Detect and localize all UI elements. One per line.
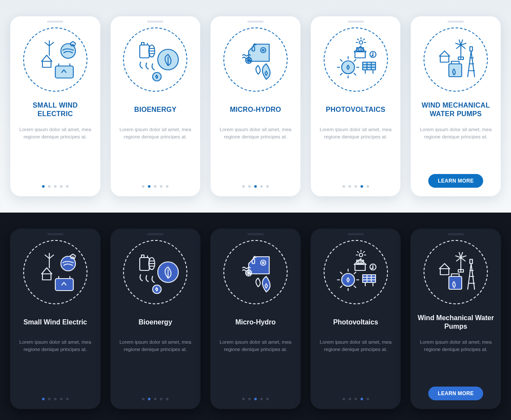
pump-icon xyxy=(424,240,488,304)
pagination-dot[interactable] xyxy=(254,185,257,188)
card-body: Lorem ipsum dolor sit amet, mea regione … xyxy=(117,339,195,389)
svg-rect-0 xyxy=(55,66,73,78)
pagination-dot[interactable] xyxy=(42,398,45,400)
card-body: Lorem ipsum dolor sit amet, mea regione … xyxy=(317,339,395,389)
pagination-dots xyxy=(42,185,69,188)
pagination-dot[interactable] xyxy=(166,185,168,188)
onboarding-card-2[interactable]: Micro-HydroLorem ipsum dolor sit amet, m… xyxy=(210,229,301,409)
pagination-dot[interactable] xyxy=(42,185,45,188)
pagination-dots xyxy=(142,185,168,188)
svg-rect-92 xyxy=(449,276,462,289)
pagination-dot[interactable] xyxy=(254,398,257,400)
pagination-dot[interactable] xyxy=(148,398,150,400)
pagination-dot[interactable] xyxy=(166,398,168,400)
svg-point-82 xyxy=(359,253,363,257)
onboarding-card-0[interactable]: SMALL WIND ELECTRICLorem ipsum dolor sit… xyxy=(10,16,100,196)
wind-icon xyxy=(23,240,87,304)
svg-rect-27 xyxy=(355,52,365,58)
svg-rect-99 xyxy=(470,259,472,264)
light-section: SMALL WIND ELECTRICLorem ipsum dolor sit… xyxy=(0,0,511,213)
pagination-dot[interactable] xyxy=(260,398,263,400)
pagination-dot[interactable] xyxy=(142,398,144,400)
pagination-dot[interactable] xyxy=(142,185,144,188)
svg-rect-49 xyxy=(470,47,472,51)
card-title: Photovoltaics xyxy=(333,314,378,331)
card-body: Lorem ipsum dolor sit amet, mea regione … xyxy=(16,126,94,177)
card-title: PHOTOVOLTAICS xyxy=(326,101,385,118)
pagination-dot[interactable] xyxy=(154,185,156,188)
svg-rect-7 xyxy=(42,61,51,67)
pagination-dots xyxy=(42,398,69,400)
onboarding-card-3[interactable]: PHOTOVOLTAICSLorem ipsum dolor sit amet,… xyxy=(311,16,401,196)
card-title: Bioenergy xyxy=(138,314,172,331)
onboarding-card-1[interactable]: BIOENERGYLorem ipsum dolor sit amet, mea… xyxy=(111,16,201,196)
pagination-dot[interactable] xyxy=(248,398,251,400)
pagination-dot[interactable] xyxy=(361,185,363,188)
pagination-dot[interactable] xyxy=(349,185,351,188)
pagination-dot[interactable] xyxy=(60,398,63,400)
onboarding-card-1[interactable]: BioenergyLorem ipsum dolor sit amet, mea… xyxy=(111,229,201,409)
svg-rect-77 xyxy=(355,264,365,270)
pagination-dot[interactable] xyxy=(266,398,269,400)
pagination-dot[interactable] xyxy=(355,398,357,400)
pagination-dot[interactable] xyxy=(361,398,363,400)
onboarding-card-2[interactable]: MICRO-HYDROLorem ipsum dolor sit amet, m… xyxy=(210,16,301,196)
pump-icon xyxy=(424,27,488,92)
pagination-dot[interactable] xyxy=(367,398,369,400)
pagination-dot[interactable] xyxy=(60,185,63,188)
bio-icon xyxy=(123,27,187,92)
pagination-dot[interactable] xyxy=(248,185,251,188)
pagination-dot[interactable] xyxy=(160,398,162,400)
svg-rect-63 xyxy=(141,255,144,258)
pagination-dot[interactable] xyxy=(48,185,51,188)
hydro-icon xyxy=(223,240,288,304)
pagination-dot[interactable] xyxy=(343,185,345,188)
card-body: Lorem ipsum dolor sit amet, mea regione … xyxy=(317,126,395,177)
dark-section: Small Wind ElectricLorem ipsum dolor sit… xyxy=(0,213,511,420)
card-title: SMALL WIND ELECTRIC xyxy=(16,101,94,118)
svg-rect-57 xyxy=(42,274,51,280)
pagination-dot[interactable] xyxy=(343,398,345,400)
pagination-dot[interactable] xyxy=(66,185,69,188)
pagination-dot[interactable] xyxy=(54,185,57,188)
card-body: Lorem ipsum dolor sit amet, mea regione … xyxy=(216,126,295,177)
pagination-dot[interactable] xyxy=(367,185,369,188)
onboarding-card-4[interactable]: Wind Mechanical Water PumpsLorem ipsum d… xyxy=(411,229,501,409)
wind-icon xyxy=(23,27,87,92)
card-body: Lorem ipsum dolor sit amet, mea regione … xyxy=(417,339,495,378)
pagination-dot[interactable] xyxy=(242,185,245,188)
card-title: Wind Mechanical Water Pumps xyxy=(417,314,495,331)
pagination-dot[interactable] xyxy=(242,398,245,400)
card-title: WIND MECHANICAL WATER PUMPS xyxy=(417,101,495,118)
pagination-dot[interactable] xyxy=(54,398,57,400)
pagination-dot[interactable] xyxy=(48,398,51,400)
pagination-dot[interactable] xyxy=(355,185,357,188)
card-title: BIOENERGY xyxy=(134,101,177,118)
onboarding-card-4[interactable]: WIND MECHANICAL WATER PUMPSLorem ipsum d… xyxy=(411,16,501,196)
learn-more-button[interactable]: LEARN MORE xyxy=(428,387,483,400)
svg-rect-42 xyxy=(449,64,462,77)
pagination-dot[interactable] xyxy=(266,185,269,188)
svg-marker-56 xyxy=(42,268,52,274)
svg-rect-83 xyxy=(363,275,376,282)
learn-more-button[interactable]: LEARN MORE xyxy=(428,174,483,188)
card-body: Lorem ipsum dolor sit amet, mea regione … xyxy=(117,126,195,177)
card-title: Micro-Hydro xyxy=(235,314,276,331)
pagination-dots xyxy=(343,398,369,400)
pagination-dot[interactable] xyxy=(148,185,150,188)
onboarding-card-3[interactable]: PhotovoltaicsLorem ipsum dolor sit amet,… xyxy=(311,229,401,409)
svg-rect-44 xyxy=(451,61,459,64)
pagination-dot[interactable] xyxy=(160,185,162,188)
onboarding-card-0[interactable]: Small Wind ElectricLorem ipsum dolor sit… xyxy=(10,229,100,409)
pagination-dot[interactable] xyxy=(260,185,263,188)
svg-marker-6 xyxy=(42,55,52,61)
svg-rect-94 xyxy=(451,274,459,276)
pagination-dot[interactable] xyxy=(349,398,351,400)
pagination-dots xyxy=(142,398,168,400)
pagination-dot[interactable] xyxy=(66,398,69,400)
pagination-dot[interactable] xyxy=(154,398,156,400)
svg-point-32 xyxy=(359,41,363,44)
svg-rect-50 xyxy=(55,279,73,291)
pagination-dots xyxy=(242,185,269,188)
svg-rect-96 xyxy=(440,269,449,275)
